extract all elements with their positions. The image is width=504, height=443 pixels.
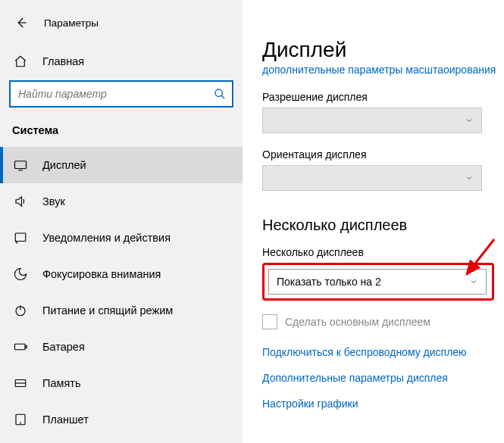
svg-rect-2 — [15, 233, 26, 242]
tablet-icon — [14, 413, 27, 426]
nav-label: Питание и спящий режим — [42, 304, 173, 317]
sidebar-item-notifications[interactable]: Уведомления и действия — [0, 220, 243, 256]
svg-point-8 — [20, 423, 21, 423]
resolution-dropdown[interactable] — [262, 108, 482, 133]
sidebar-item-sound[interactable]: Звук — [0, 183, 243, 220]
nav-label: Фокусировка внимания — [42, 268, 161, 280]
multiple-displays-value: Показать только на 2 — [277, 276, 469, 288]
make-primary-checkbox — [262, 314, 277, 329]
orientation-dropdown[interactable] — [262, 165, 482, 191]
sound-icon — [14, 195, 27, 208]
nav-label: Планшет — [42, 413, 89, 426]
advanced-display-settings-link[interactable]: Дополнительные параметры дисплея — [262, 372, 504, 384]
back-button[interactable] — [11, 12, 32, 33]
connect-wireless-display-link[interactable]: Подключиться к беспроводному дисплею — [262, 346, 504, 358]
home-icon — [14, 55, 27, 68]
page-title: Дисплей — [262, 38, 504, 62]
annotation-highlight: Показать только на 2 — [262, 263, 494, 301]
settings-sidebar: Параметры Главная Система Дис — [0, 0, 243, 443]
window-title: Параметры — [44, 17, 99, 29]
make-primary-checkbox-row: Сделать основным дисплеем — [262, 314, 504, 329]
storage-icon — [14, 376, 27, 390]
notifications-icon — [14, 231, 27, 245]
sidebar-item-focus[interactable]: Фокусировка внимания — [0, 256, 243, 292]
sidebar-item-power[interactable]: Питание и спящий режим — [0, 292, 243, 329]
orientation-label: Ориентация дисплея — [262, 148, 504, 161]
sidebar-item-tablet[interactable]: Планшет — [0, 401, 243, 438]
power-icon — [14, 304, 27, 317]
search-input[interactable] — [18, 88, 214, 100]
search-input-wrap[interactable] — [9, 80, 233, 108]
chevron-down-icon — [465, 116, 474, 125]
nav-label: Дисплей — [42, 159, 86, 171]
nav-label: Батарея — [42, 341, 85, 353]
search-icon — [214, 88, 226, 100]
resolution-label: Разрешение дисплея — [262, 91, 504, 103]
sidebar-item-battery[interactable]: Батарея — [0, 329, 243, 365]
nav-label: Звук — [42, 195, 65, 207]
sidebar-item-storage[interactable]: Память — [0, 365, 243, 401]
advanced-scaling-link[interactable]: дополнительные параметры масштаоирования — [262, 64, 504, 76]
focus-icon — [14, 267, 27, 281]
sidebar-item-display[interactable]: Дисплей — [0, 147, 243, 183]
svg-rect-1 — [15, 161, 27, 169]
nav-label: Уведомления и действия — [42, 232, 171, 244]
svg-point-0 — [215, 89, 222, 96]
multiple-displays-label: Несколько дисплеев — [262, 246, 504, 258]
chevron-down-icon — [469, 277, 478, 286]
svg-rect-5 — [26, 346, 27, 348]
chevron-down-icon — [465, 173, 474, 183]
svg-rect-4 — [15, 344, 26, 350]
nav-label: Память — [42, 377, 81, 389]
main-content: Дисплей дополнительные параметры масштао… — [243, 0, 504, 443]
display-icon — [14, 158, 27, 172]
sidebar-section-header: Система — [0, 120, 243, 147]
home-label: Главная — [42, 55, 84, 67]
multiple-displays-dropdown[interactable]: Показать только на 2 — [268, 269, 487, 295]
make-primary-label: Сделать основным дисплеем — [285, 316, 430, 328]
graphics-settings-link[interactable]: Настройки графики — [262, 398, 504, 410]
battery-icon — [14, 340, 27, 354]
sidebar-item-home[interactable]: Главная — [0, 47, 243, 76]
multiple-displays-heading: Несколько дисплеев — [262, 217, 504, 234]
